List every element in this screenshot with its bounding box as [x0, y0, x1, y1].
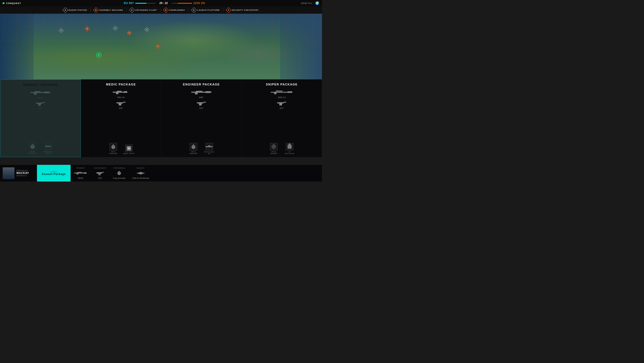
specialist-avatar: [3, 167, 14, 179]
throwable-svg: [116, 170, 122, 176]
svg-rect-70: [84, 172, 86, 174]
svg-rect-52: [271, 92, 288, 93]
svg-rect-1: [44, 92, 48, 93]
map-area[interactable]: ABCDEF: [0, 14, 322, 79]
obj-item-e[interactable]: E LAUNCH PLATFORM: [190, 8, 222, 13]
gadget-name-0: FRAG GRENADE: [188, 151, 199, 154]
primary-icon: [74, 170, 88, 176]
obj-item-d[interactable]: D CRAWLERWAY: [162, 8, 187, 13]
throwable-icon: [116, 170, 122, 176]
svg-rect-41: [204, 102, 206, 103]
svg-rect-2: [48, 92, 50, 93]
gadget-name-1: C5 EXPLOSIVE: [284, 151, 296, 154]
gadget-icon-0: [110, 143, 117, 150]
map-marker-f[interactable]: F: [156, 44, 160, 49]
svg-rect-69: [75, 173, 84, 173]
svg-rect-37: [210, 92, 212, 93]
loadout-tab[interactable]: Loadout Assault Package: [37, 165, 70, 182]
gadget-name-0: FRAG GRENADE: [27, 151, 38, 154]
obj-item-a[interactable]: A RADAR STATION: [61, 8, 89, 13]
svg-rect-24: [117, 102, 123, 104]
secondary-weapon-display: G57: [196, 100, 206, 109]
specialist-class: ASSAULT: [16, 175, 29, 177]
primary-slot[interactable]: Primary M5A3: [74, 167, 88, 179]
match-timer: 29 : 22: [160, 2, 168, 5]
obj-badge-b: B: [93, 7, 99, 13]
package-card-sniper[interactable]: SNIPER PACKAGE SWS-10 G57: [242, 79, 322, 157]
primary-weapon-display: DM7: [191, 89, 212, 98]
svg-rect-58: [284, 102, 286, 103]
gadget-name-1: FXM-33 AA MISSILE: [42, 151, 54, 154]
svg-rect-22: [116, 93, 118, 94]
secondary-weapon-img: [276, 100, 287, 107]
loadout-tab-label: Loadout: [50, 171, 57, 173]
gadgets-row: PROX SENSOR C5 EXPLOSIVE: [268, 143, 296, 154]
throwable-slot[interactable]: Throwable Frag Grenade: [113, 167, 125, 179]
gadgets-row: FRAG GRENADE FXM-33 AA MISSILE: [27, 143, 54, 154]
globe-icon[interactable]: 🌍: [315, 1, 319, 5]
player-marker: [96, 53, 101, 58]
obj-item-c[interactable]: C CRYOGENIC PLANT: [128, 8, 159, 13]
obj-label-d: CRAWLERWAY: [169, 9, 185, 11]
score-display: RU 997 29 : 22 1233 US: [28, 2, 301, 5]
svg-rect-19: [113, 92, 124, 93]
specialist-name: MACKAY: [16, 172, 29, 175]
obj-separator: [160, 9, 160, 12]
svg-rect-26: [119, 104, 121, 106]
game-mode: CONQUEST: [6, 2, 21, 5]
gadget-item-1: FXM-33 AA MISSILE: [42, 143, 54, 154]
svg-rect-65: [288, 145, 292, 149]
svg-rect-8: [38, 104, 41, 106]
obj-badge-e: E: [191, 7, 197, 13]
package-card-medic[interactable]: MEDIC PACKAGE PBX-45 G57: [81, 79, 161, 157]
map-marker-d[interactable]: D: [127, 31, 132, 35]
gadget-svg: [136, 170, 145, 176]
secondary-slot[interactable]: SECONDARY G57: [94, 167, 106, 179]
svg-marker-16: [46, 145, 46, 148]
svg-rect-9: [36, 103, 37, 104]
obj-item-b[interactable]: B ASSEMBLY BUILDING: [92, 8, 125, 13]
svg-rect-39: [195, 93, 198, 94]
specialist-info: Specialist MACKAY ASSAULT: [0, 167, 37, 179]
svg-rect-43: [197, 102, 198, 103]
svg-rect-27: [116, 102, 117, 103]
svg-rect-57: [278, 102, 284, 104]
svg-rect-59: [279, 104, 282, 106]
gadget-icon-1: [286, 143, 293, 150]
package-card-assault[interactable]: ASSAULT PACKAGE M5A3 G57: [0, 79, 81, 157]
primary-weapon-name: SWS-10: [278, 96, 286, 98]
gadget-name-0: PROX SENSOR: [268, 151, 280, 154]
gadget-name: FXM-33 AA Missile: [132, 177, 149, 179]
package-title: ENGINEER PACKAGE: [183, 83, 220, 86]
gadgets-row: FRAG GRENADE RECOILLESS M5: [188, 143, 215, 154]
svg-rect-7: [43, 102, 45, 103]
secondary-weapon-name: G57: [38, 108, 42, 110]
package-card-engineer[interactable]: ENGINEER PACKAGE DM7 G57: [161, 79, 242, 157]
svg-rect-48: [206, 146, 212, 147]
gadget-item-0: FRAG GRENADE: [188, 143, 199, 154]
gadget-slot[interactable]: Gadget FXM-33 AA Missile: [132, 167, 149, 179]
gadget-item-0: FRAG GRENADE: [27, 143, 38, 154]
primary-weapon-img: [271, 89, 292, 96]
svg-rect-60: [277, 102, 278, 103]
svg-rect-25: [123, 102, 126, 103]
map-marker-a[interactable]: A: [59, 28, 64, 33]
map-marker-e[interactable]: E: [144, 27, 149, 32]
primary-weapon-img: [112, 89, 130, 96]
gadget-icon-0: [270, 143, 278, 150]
hud-bar: CONQUEST RU 997 29 : 22 1233 US ORBITAL …: [0, 0, 322, 7]
gadgets-row: FRAG GRENADE MEDIC CRATE: [108, 143, 134, 154]
svg-marker-15: [50, 146, 52, 147]
obj-item-f[interactable]: F SECURITY CHECKPOINT: [224, 8, 261, 13]
specialist-label: Specialist: [16, 170, 29, 172]
svg-rect-71: [77, 172, 82, 173]
gadget-label: Gadget: [137, 167, 145, 169]
secondary-weapon-display: G57: [36, 100, 46, 110]
secondary-weapon-name: G57: [119, 107, 123, 109]
gadget-icon-1: [206, 143, 213, 150]
svg-rect-85: [140, 172, 142, 173]
map-marker-b[interactable]: B: [85, 27, 90, 31]
gadget-icon-1: [125, 145, 132, 152]
map-marker-c[interactable]: C: [113, 26, 118, 31]
secondary-weapon-display: G57: [276, 100, 287, 109]
